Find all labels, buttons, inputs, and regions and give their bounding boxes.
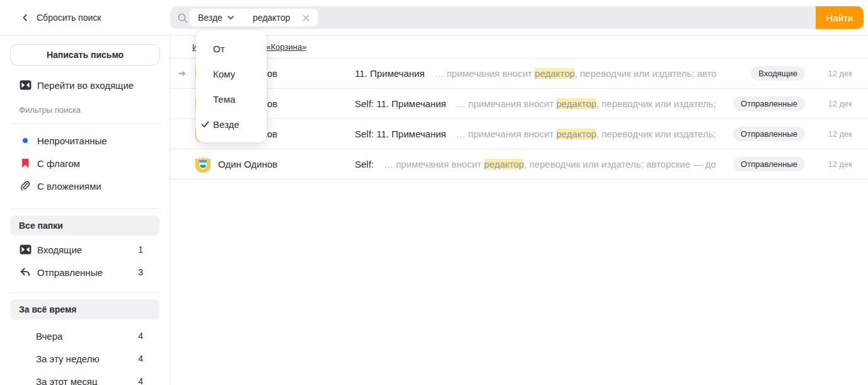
mail-subject: 11. Примечания [355,68,425,79]
scope-option-everywhere[interactable]: Везде [196,112,267,137]
scope-dropdown-menu: От Кому Тема Везде [196,30,267,142]
scope-option-from[interactable]: От [196,36,267,61]
folder-badge: Отправленные [733,96,805,111]
highlighted-term: редактор [557,129,597,139]
sender-name: Один Одинов [218,159,355,170]
time-filter-count: 4 [138,376,143,385]
time-filter-this-month[interactable]: За этот месяц 4 [0,370,170,385]
avatar [193,154,213,175]
mail-snippet: … примечания вносит редактор, переводчик… [384,159,726,170]
paperclip-icon [19,180,32,192]
folder-badge: Отправленные [733,157,805,171]
mail-date: 12 дек [822,69,852,78]
filter-flagged[interactable]: С флагом [0,152,170,175]
scope-option-to[interactable]: Кому [196,61,267,86]
search-area: Везде редактор Найти [170,0,868,35]
time-filter-label: За этот месяц [36,376,138,385]
unread-dot-icon [19,138,32,143]
folder-count: 3 [138,267,143,277]
mail-subject: Self: 11. Примечания [355,129,446,139]
mail-date: 12 дек [822,159,852,169]
mail-date: 12 дек [822,129,852,139]
sidebar-item-sent[interactable]: Отправленные 3 [0,261,170,284]
reset-search-button[interactable]: Сбросить поиск [0,0,170,35]
folder-label: Отправленные [37,267,138,278]
mail-snippet: … примечания вносит редактор, переводчик… [435,68,744,79]
time-filter-yesterday[interactable]: Вчера 4 [0,325,170,347]
scope-option-label: Везде [213,119,240,130]
reset-search-label: Сбросить поиск [37,13,101,23]
mail-date: 12 дек [822,99,852,108]
flag-icon [19,159,32,168]
mail-subject: Self: 11. Примечания [355,98,446,109]
filter-attachments[interactable]: С вложениями [0,175,170,197]
time-filter-label: Вчера [36,331,138,342]
all-folders-header[interactable]: Все папки [10,215,159,236]
sidebar-item-inbox[interactable]: Входящие 1 [0,238,170,261]
divider [10,292,159,293]
mail-subject: Self: [355,159,374,170]
scope-option-label: Кому [213,69,235,79]
search-scope-row: Искать в «Спам» и «Корзина» [170,36,868,59]
folder-count: 1 [138,244,143,255]
time-filter-this-week[interactable]: За эту неделю 4 [0,347,170,370]
scope-value: Везде [198,13,223,23]
divider [10,209,159,209]
all-folders-label: Все папки [19,221,63,231]
find-button[interactable]: Найти [816,6,864,29]
time-filter-label: За эту неделю [36,353,138,364]
clear-query-icon[interactable] [303,14,310,21]
envelope-icon [19,80,32,90]
topbar: Сбросить поиск Везде редактор [0,0,868,36]
filter-label: С вложениями [37,181,143,192]
time-filter-count: 4 [138,353,143,364]
filters-caption: Фильтры поиска [0,96,170,118]
filter-label: С флагом [37,158,143,169]
folder-badge: Отправленные [733,127,805,141]
highlighted-term: редактор [557,98,597,109]
sent-arrow-icon [19,267,32,277]
body: Написать письмо Перейти во входящие Филь… [0,36,868,385]
search-input[interactable]: Везде редактор [170,6,816,29]
scope-option-subject[interactable]: Тема [196,86,267,112]
highlighted-term: редактор [484,159,524,170]
scope-dropdown-button[interactable]: Везде [198,13,234,23]
check-icon [201,121,209,128]
search-icon [176,12,188,24]
results-pane: Искать в «Спам» и «Корзина» Один Одинов … [170,36,868,385]
folder-label: Входящие [37,244,138,255]
goto-inbox-link[interactable]: Перейти во входящие [0,74,170,96]
scope-option-label: От [213,43,225,54]
mail-row[interactable]: Один Одинов Self: 11. Примечания … приме… [170,89,868,119]
time-range-label: За всё время [19,304,76,314]
compose-button[interactable]: Написать письмо [10,44,160,66]
search-query-chip: Везде редактор [190,9,318,26]
highlighted-term: редактор [535,68,575,79]
mail-row[interactable]: Один Одинов 11. Примечания … примечания … [170,59,868,89]
filter-unread[interactable]: Непрочитанные [0,129,170,152]
filter-label: Непрочитанные [37,135,143,146]
time-filter-count: 4 [138,331,143,341]
search-query-text[interactable]: редактор [253,13,290,23]
mail-row[interactable]: Один Одинов Self: … примечания вносит ре… [170,149,868,180]
divider [10,124,159,124]
goto-inbox-label: Перейти во входящие [37,80,143,91]
time-range-header[interactable]: За всё время [10,299,159,319]
sidebar: Написать письмо Перейти во входящие Филь… [0,36,170,385]
mail-snippet: … примечания вносит редактор, переводчик… [456,98,726,109]
chevron-down-icon [228,16,234,20]
chevron-left-icon [21,13,30,22]
mail-snippet: … примечания вносит редактор, переводчик… [456,129,726,139]
scope-option-label: Тема [213,94,235,105]
mail-row[interactable]: Один Одинов Self: 11. Примечания … приме… [170,119,868,149]
forwarded-arrow-icon [178,69,187,78]
mail-search-page: Сбросить поиск Везде редактор [0,0,868,385]
inbox-icon [19,244,32,255]
folder-badge: Входящие [751,66,805,81]
